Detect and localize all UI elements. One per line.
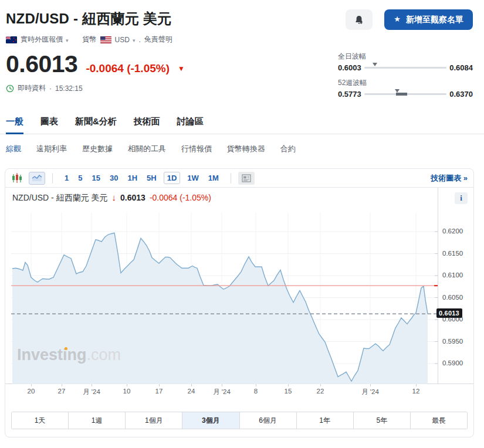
subtab-historical-data[interactable]: 歷史數據 [82,144,113,154]
chart-header: NZD/USD - 紐西蘭元 美元 ↓ 0.6013 -0.0064 (-1.0… [12,192,211,203]
range-3m-button[interactable]: 3個月 [182,412,239,429]
range-1y-button[interactable]: 1年 [297,412,354,429]
chart-title: NZD/USD - 紐西蘭元 美元 [12,193,108,203]
time-separator: · [49,84,52,93]
x-axis-label: 10 [123,388,131,395]
x-axis-tick [416,384,417,386]
quote-type-label: 實時外匯報價 [21,35,63,45]
down-triangle-icon: ▼ [178,65,185,73]
candlestick-chart-icon[interactable] [11,172,23,184]
week52-range-low: 0.5773 [338,90,361,99]
x-axis-tick [31,384,32,386]
x-axis-tick [92,384,92,386]
subtab-currency-converter[interactable]: 貨幣轉換器 [227,144,265,154]
range-5y-button[interactable]: 5年 [354,412,411,429]
sub-tabs: 綜觀 遠期利率 歷史數據 相關的工具 行情報價 貨幣轉換器 合約 [0,144,484,154]
star-icon: ★ [394,15,401,23]
price-chart[interactable]: NZD/USD - 紐西蘭元 美元 ↓ 0.6013 -0.0064 (-1.0… [5,188,473,384]
tab-discussions[interactable]: 討論區 [177,116,204,127]
subtab-quotes[interactable]: 行情報價 [181,144,212,154]
timeframe-15[interactable]: 15 [92,174,100,182]
watchlist-button-label: 新增至觀察名單 [406,15,463,25]
x-axis-tick [288,384,289,386]
timeframe-5[interactable]: 5 [78,174,82,182]
y-axis-label: 0.6100 [442,271,463,279]
day-range-slider [364,67,446,69]
timeframe-1m[interactable]: 1M [208,174,219,182]
main-tabs: 一般 圖表 新聞&分析 技術面 討論區 [0,116,484,134]
down-arrow-icon: ↓ [112,192,117,202]
chart-panel: 1 5 15 30 1H 5H 1D 1W 1M 技術圖表 » NZD/USD … [5,168,474,437]
time-range-selector: 1天 1週 1個月 3個月 6個月 1年 5年 最長 [11,412,468,429]
page-title: NZD/USD - 紐西蘭元 美元 [6,9,171,28]
x-axis-tick [256,384,256,386]
currency-dropdown[interactable]: USD ▾ [115,36,136,44]
y-axis-label: 0.5900 [442,359,463,366]
range-1m-button[interactable]: 1個月 [126,412,182,429]
chart-toolbar: 1 5 15 30 1H 5H 1D 1W 1M 技術圖表 » [5,169,473,188]
timeframe-1w[interactable]: 1W [187,174,199,182]
timeframe-5h[interactable]: 5H [147,174,157,182]
x-axis-tick [222,384,222,386]
create-alert-button[interactable] [346,9,373,30]
nz-flag-icon [6,36,17,43]
timeframe-1d[interactable]: 1D [164,172,181,184]
x-axis: 2027月 '24101724月 '2481522月 '2412 [5,384,473,398]
add-to-watchlist-button[interactable]: ★ 新增至觀察名單 [384,9,473,30]
x-axis-tick [370,384,371,386]
y-axis-label: 0.6050 [442,294,463,301]
technical-chart-link[interactable]: 技術圖表 » [431,173,468,184]
chart-last-price: 0.6013 [120,193,145,202]
timeframe-30[interactable]: 30 [110,174,118,182]
subtab-contracts[interactable]: 合約 [280,144,296,154]
x-axis-label: 月 '24 [361,388,379,396]
chevron-down-icon: ▾ [66,38,69,43]
subtab-related-tools[interactable]: 相關的工具 [128,144,166,154]
clock-icon [6,84,14,93]
watermark-dot-icon [65,347,67,350]
timeframe-1h[interactable]: 1H [127,174,137,182]
last-price: 0.6013 [6,50,77,78]
area-chart-icon[interactable] [29,172,45,185]
currency-label: 貨幣 [83,35,97,45]
x-axis-label: 22 [317,388,324,395]
toolbar-divider [231,173,231,184]
currency-code: USD [115,36,130,44]
x-axis-label: 月 '24 [83,388,100,396]
quote-header: NZD/USD - 紐西蘭元 美元 ★ 新增至觀察名單 實時外匯報價 ▾ 貨幣 [0,0,484,99]
x-axis-label: 12 [412,388,420,395]
quote-type-dropdown[interactable]: 實時外匯報價 ▾ [21,35,69,45]
subtab-forward-rates[interactable]: 遠期利率 [36,144,67,154]
range-1w-button[interactable]: 1週 [69,412,126,429]
investing-watermark: Investing.com [17,346,121,364]
tab-news-analysis[interactable]: 新聞&分析 [75,116,117,127]
x-axis-label: 27 [58,388,66,395]
tab-chart[interactable]: 圖表 [40,116,58,127]
timeframe-1[interactable]: 1 [65,174,69,182]
tab-general[interactable]: 一般 [6,116,23,127]
range-max-button[interactable]: 最長 [411,412,467,429]
chevron-down-icon: ▾ [133,38,136,43]
y-axis-line [438,188,438,384]
bell-plus-icon [354,15,364,25]
y-axis-label: 0.5950 [442,338,463,345]
info-icon[interactable]: i [455,192,468,204]
x-axis-tick [62,384,62,386]
last-price-badge: 0.6013 [436,308,462,318]
realtime-label: 即時資料 [18,83,46,93]
disclaimer-link[interactable]: 免責聲明 [144,35,172,45]
x-axis-label: 17 [155,388,163,395]
day-range-marker-icon [373,63,377,66]
range-6m-button[interactable]: 6個月 [240,412,297,429]
subtab-overview[interactable]: 綜觀 [6,144,21,154]
day-range-label: 全日波幅 [338,52,473,62]
y-axis-label: 0.6150 [442,250,463,257]
tab-technical[interactable]: 技術面 [134,116,160,127]
x-axis-tick [320,384,321,386]
range-1d-button[interactable]: 1天 [12,412,69,429]
x-axis-tick [191,384,192,386]
price-change: -0.0064 (-1.05%) [86,62,170,75]
watermark-text: Investing [17,346,87,364]
news-overlay-icon[interactable] [238,172,255,185]
x-axis-label: 15 [285,388,292,395]
